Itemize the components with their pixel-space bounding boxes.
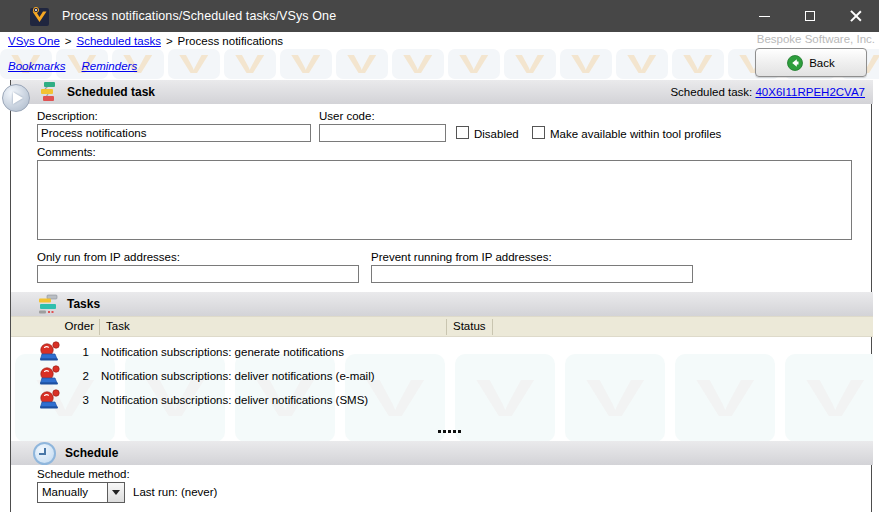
chevron-down-icon [112, 490, 120, 495]
column-header-task[interactable]: Task [106, 320, 130, 332]
company-label: Bespoke Software, Inc. [757, 33, 875, 45]
description-label: Description: [37, 110, 98, 122]
schedule-section-title: Schedule [65, 446, 118, 460]
column-separator[interactable] [99, 319, 100, 335]
back-button[interactable]: Back [755, 48, 867, 77]
column-separator[interactable] [446, 319, 447, 335]
task-order: 2 [39, 370, 89, 382]
column-header-order[interactable]: Order [57, 320, 94, 332]
minimize-icon [759, 16, 770, 17]
description-field[interactable] [37, 124, 311, 142]
watermark-tile: V [168, 49, 220, 79]
minimize-button[interactable] [741, 0, 787, 32]
watermark-tile: V [224, 49, 276, 79]
tasks-section-header: Tasks [11, 292, 873, 316]
ip-only-field[interactable] [37, 265, 359, 283]
column-separator[interactable] [492, 319, 493, 335]
ip-prevent-label: Prevent running from IP addresses: [371, 251, 552, 263]
window-controls [741, 0, 879, 32]
dropdown-button[interactable] [107, 483, 124, 502]
title-bar: Process notifications/Scheduled tasks/VS… [0, 0, 879, 32]
window-title: Process notifications/Scheduled tasks/VS… [62, 9, 336, 23]
tab-reminders[interactable]: Reminders [82, 60, 138, 72]
tool-profiles-checkbox[interactable] [532, 126, 545, 139]
scheduled-task-section-title: Scheduled task [67, 85, 155, 99]
scheduled-task-section-header: Scheduled task Scheduled task: 40X6I11RP… [11, 80, 873, 104]
watermark-tile: V [392, 49, 444, 79]
splitter-grip[interactable] [438, 430, 461, 433]
table-row[interactable]: 3 Notification subscriptions: deliver no… [11, 388, 873, 412]
scheduled-task-ref: Scheduled task: 40X6I11RPEH2CVA7 [670, 86, 865, 98]
ip-prevent-field[interactable] [371, 265, 693, 283]
breadcrumb: VSys One > Scheduled tasks > Process not… [8, 33, 283, 48]
watermark-tile: V [560, 49, 612, 79]
disabled-checkbox-label: Disabled [474, 128, 519, 140]
watermark-tile: V [616, 49, 668, 79]
flowchart-icon [37, 81, 59, 103]
comments-field[interactable] [37, 160, 852, 240]
schedule-method-select[interactable]: Manually [37, 482, 125, 503]
column-header-status[interactable]: Status [453, 320, 486, 332]
table-row[interactable]: 2 Notification subscriptions: deliver no… [11, 364, 873, 388]
close-button[interactable] [833, 0, 879, 32]
disabled-checkbox[interactable] [456, 126, 469, 139]
breadcrumb-current: Process notifications [178, 35, 283, 47]
schedule-section-header: Schedule [11, 441, 873, 465]
tab-bookmarks[interactable]: Bookmarks [8, 60, 66, 72]
scheduled-task-panel: Scheduled task Scheduled task: 40X6I11RP… [10, 80, 872, 512]
play-icon [13, 92, 23, 104]
task-order: 3 [39, 394, 89, 406]
task-list-icon [37, 293, 59, 315]
comments-label: Comments: [37, 146, 96, 158]
back-arrow-icon [787, 55, 803, 71]
back-button-label: Back [809, 57, 835, 69]
task-order: 1 [39, 346, 89, 358]
user-code-label: User code: [319, 110, 375, 122]
breadcrumb-separator: > [65, 35, 72, 47]
app-window: Process notifications/Scheduled tasks/VS… [0, 0, 879, 512]
maximize-icon [805, 11, 815, 21]
watermark-tile: V [504, 49, 556, 79]
maximize-button[interactable] [787, 0, 833, 32]
tasks-table-header: Order Task Status [11, 316, 873, 337]
last-run-label: Last run: (never) [133, 486, 217, 498]
table-row[interactable]: 1 Notification subscriptions: generate n… [11, 340, 873, 364]
breadcrumb-vsys-one[interactable]: VSys One [8, 35, 60, 47]
watermark-tile: V [280, 49, 332, 79]
watermark-tile: V [672, 49, 724, 79]
task-name: Notification subscriptions: deliver noti… [101, 370, 375, 382]
clock-icon [33, 442, 56, 465]
breadcrumb-scheduled-tasks[interactable]: Scheduled tasks [77, 35, 161, 47]
tool-profiles-checkbox-label: Make available within tool profiles [550, 128, 721, 140]
tasks-section-title: Tasks [67, 297, 100, 311]
vsys-logo-icon [30, 7, 49, 26]
watermark-tile: V [448, 49, 500, 79]
tab-bar: Bookmarks Reminders [8, 60, 137, 72]
scheduled-task-ref-link[interactable]: 40X6I11RPEH2CVA7 [755, 86, 865, 98]
task-name: Notification subscriptions: deliver noti… [101, 394, 368, 406]
schedule-method-label: Schedule method: [37, 468, 130, 480]
watermark-tile: V [336, 49, 388, 79]
user-code-field[interactable] [319, 124, 446, 142]
close-icon [850, 10, 862, 22]
breadcrumb-separator: > [166, 35, 173, 47]
schedule-method-value: Manually [38, 483, 107, 502]
ip-only-label: Only run from IP addresses: [37, 251, 180, 263]
task-name: Notification subscriptions: generate not… [101, 346, 344, 358]
scheduled-task-ref-label: Scheduled task: [670, 86, 752, 98]
run-task-button[interactable] [2, 84, 30, 112]
